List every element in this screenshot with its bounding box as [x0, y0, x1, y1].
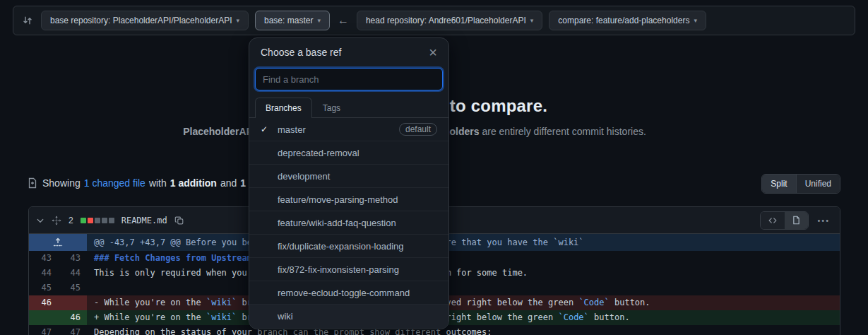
base-ref-label: base: master [264, 16, 313, 25]
source-view-button[interactable] [761, 212, 785, 229]
line-number-old[interactable]: 46 [29, 295, 58, 310]
line-number-old[interactable]: 45 [29, 281, 58, 295]
code-line: This is only required when you haven't u… [87, 266, 840, 281]
branch-name: master [278, 124, 306, 135]
branch-item[interactable]: development [249, 165, 448, 188]
summary-with: with [149, 177, 167, 189]
copy-icon[interactable] [174, 216, 184, 225]
check-icon: ✓ [261, 124, 272, 134]
diffstat-square-neutral [95, 218, 100, 223]
file-changes-count: 2 [69, 216, 73, 225]
additions-count: 1 addition [170, 177, 217, 189]
message-text: are entirely different commit histories. [480, 126, 646, 137]
base-ref-menu: Choose a base ref × BranchesTags ✓master… [249, 37, 449, 329]
line-number-new[interactable]: 46 [58, 310, 87, 325]
diffstat-square-neutral [102, 218, 107, 223]
base-repository-button[interactable]: base repository: PlaceholderAPI/Placehol… [41, 11, 249, 30]
diff-display-toggle [760, 211, 809, 230]
code-segment: `wiki` [206, 298, 237, 307]
code-line: @@ -43,7 +43,7 @@ Before you begin worki… [87, 234, 840, 251]
branch-search-input[interactable] [255, 68, 443, 90]
diffstat-square-del [88, 218, 93, 223]
code-line: ### Fetch Changes from Upstream [87, 251, 840, 266]
expand-hunk-button[interactable] [29, 234, 87, 251]
file-name: README.md [121, 216, 167, 225]
code-segment: button. [589, 312, 630, 322]
diff-view-toggle: Split Unified [761, 174, 840, 194]
menu-header: Choose a base ref × [249, 38, 448, 62]
summary-and: and [220, 177, 237, 189]
compare-ref-button[interactable]: compare: feature/add-placeholders ▾ [549, 11, 706, 30]
branch-name: deprecated-removal [278, 148, 359, 158]
branch-name: wiki [278, 311, 293, 322]
compare-ref-label: compare: feature/add-placeholders [558, 16, 689, 25]
line-number-new[interactable]: 43 [58, 251, 87, 266]
line-number-new[interactable]: 47 [58, 325, 87, 335]
code-line: Depending on the status of your branch c… [87, 325, 840, 335]
branch-item[interactable]: wiki [249, 305, 448, 328]
code-segment: `Code` [578, 298, 609, 307]
chevron-down-icon: ▾ [317, 18, 321, 24]
diffstat [81, 218, 114, 223]
line-number-old[interactable]: 43 [29, 251, 58, 266]
line-number-old[interactable]: 47 [29, 325, 58, 335]
line-number-old[interactable] [29, 310, 58, 325]
code-segment: + While you're on the [94, 312, 206, 322]
code-segment: `wiki` [206, 312, 237, 322]
tab-branches[interactable]: Branches [255, 98, 312, 118]
chevron-down-icon: ▾ [694, 18, 697, 24]
compare-bar: base repository: PlaceholderAPI/Placehol… [13, 6, 855, 35]
menu-tabs: BranchesTags [249, 98, 448, 118]
head-repository-button[interactable]: head repository: Andre601/PlaceholderAPI… [357, 11, 542, 30]
drag-handle-icon[interactable] [52, 216, 61, 225]
kebab-menu-icon[interactable]: ••• [814, 216, 833, 225]
branch-name: fix/872-fix-inxonsisten-parsing [278, 264, 399, 275]
menu-search [249, 62, 448, 98]
head-repository-label: head repository: Andre601/PlaceholderAPI [366, 16, 526, 25]
default-badge: default [399, 123, 437, 136]
branch-name: development [278, 171, 330, 182]
git-compare-icon [22, 15, 33, 26]
branch-name: fix/duplicate-expansion-loading [278, 241, 404, 252]
base-repository-label: base repository: PlaceholderAPI/Placehol… [50, 16, 232, 25]
file-diff-icon [27, 177, 38, 189]
code-segment: button. [610, 298, 650, 307]
branch-name: feature/wiki-add-faq-question [278, 218, 396, 228]
line-number-new[interactable]: 44 [58, 266, 87, 281]
branch-item[interactable]: feature/wiki-add-faq-question [249, 211, 448, 235]
branch-item[interactable]: fix/duplicate-expansion-loading [249, 235, 448, 258]
branch-item[interactable]: ✓masterdefault [249, 118, 448, 141]
chevron-down-icon: ▾ [530, 18, 534, 24]
branch-item[interactable]: remove-ecloud-toggle-command [249, 281, 448, 305]
changed-files-link[interactable]: 1 changed file [84, 177, 145, 189]
menu-title: Choose a base ref [261, 47, 341, 58]
branch-item[interactable]: fix/872-fix-inxonsisten-parsing [249, 258, 448, 281]
branch-item[interactable]: feature/move-parsing-method [249, 188, 448, 211]
rich-diff-button[interactable] [785, 212, 808, 229]
split-view-button[interactable]: Split [762, 175, 795, 193]
line-number-new[interactable]: 45 [58, 281, 87, 295]
line-number-new[interactable] [58, 295, 87, 310]
code-line [87, 281, 840, 295]
code-segment: - While you're on the [94, 298, 206, 307]
code-segment: `Code` [558, 312, 588, 322]
code-line: + While you're on the `wiki` branch will… [87, 310, 840, 325]
branch-name: remove-ecloud-toggle-command [278, 288, 410, 298]
unified-view-button[interactable]: Unified [796, 175, 840, 193]
line-number-old[interactable]: 44 [29, 266, 58, 281]
compare-page: base repository: PlaceholderAPI/Placehol… [0, 0, 868, 335]
summary-prefix: Showing [42, 177, 81, 189]
chevron-down-icon: ▾ [236, 18, 239, 24]
chevron-down-icon[interactable] [36, 216, 44, 225]
code-segment: ### Fetch Changes from Upstream [94, 253, 252, 263]
close-icon[interactable]: × [429, 47, 437, 57]
branch-name: feature/move-parsing-method [278, 194, 398, 205]
diffstat-square-add [81, 218, 86, 223]
tab-tags[interactable]: Tags [312, 98, 351, 118]
arrow-left-icon: ← [336, 14, 350, 27]
branch-list: ✓masterdefaultdeprecated-removaldevelopm… [249, 118, 448, 329]
branch-item[interactable]: deprecated-removal [249, 141, 448, 165]
code-line: - While you're on the `wiki` branch will… [87, 295, 840, 310]
diffstat-square-neutral [109, 218, 114, 223]
base-ref-button[interactable]: base: master ▾ [255, 11, 330, 30]
